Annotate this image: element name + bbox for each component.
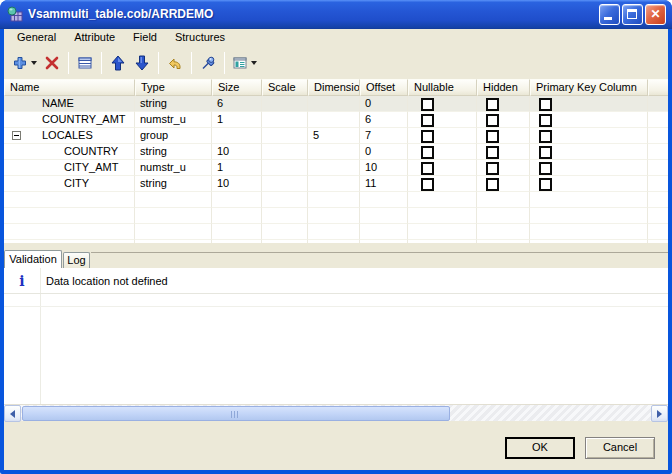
view-icon	[232, 55, 248, 71]
field-scale	[262, 112, 308, 128]
field-dimension	[308, 112, 360, 128]
info-icon: i	[4, 273, 40, 289]
field-type: string	[135, 144, 212, 160]
empty-row	[4, 192, 668, 208]
collapse-icon[interactable]	[12, 131, 21, 140]
undo-icon	[167, 55, 183, 71]
table-properties-button[interactable]	[73, 51, 97, 75]
pin-button[interactable]	[196, 51, 220, 75]
move-down-button[interactable]	[130, 51, 154, 75]
field-scale	[262, 176, 308, 192]
column-header-hidden[interactable]: Hidden	[477, 79, 530, 96]
add-field-button[interactable]	[9, 51, 40, 75]
column-header-name[interactable]: Name	[4, 79, 135, 96]
column-header-nullable[interactable]: Nullable	[408, 79, 477, 96]
undo-button[interactable]	[163, 51, 187, 75]
tab-validation[interactable]: Validation	[4, 250, 62, 268]
empty-row	[4, 208, 668, 224]
close-button[interactable]: ✕	[645, 4, 666, 25]
nullable-checkbox[interactable]	[421, 114, 434, 127]
field-name: NAME	[42, 97, 74, 109]
validation-row[interactable]: i Data location not defined	[4, 268, 668, 294]
maximize-icon	[627, 9, 637, 19]
hidden-checkbox[interactable]	[486, 98, 499, 111]
ok-button[interactable]: OK	[505, 437, 575, 459]
table-row[interactable]: LOCALES group 5 7	[4, 128, 668, 144]
hidden-checkbox[interactable]	[486, 178, 499, 191]
cancel-button[interactable]: Cancel	[585, 437, 655, 459]
menu-attribute[interactable]: Attribute	[65, 29, 124, 46]
toolbar	[4, 46, 668, 79]
column-header-size[interactable]: Size	[212, 79, 262, 96]
field-dimension	[308, 176, 360, 192]
field-table: Name Type Size Scale Dimension Offset Nu…	[4, 79, 668, 243]
toolbar-separator	[158, 52, 159, 74]
primary-key-checkbox[interactable]	[539, 98, 552, 111]
field-dimension: 5	[308, 128, 360, 144]
primary-key-checkbox[interactable]	[539, 114, 552, 127]
empty-row	[4, 224, 668, 240]
nullable-checkbox[interactable]	[421, 130, 434, 143]
nullable-checkbox[interactable]	[421, 162, 434, 175]
field-scale	[262, 128, 308, 144]
primary-key-checkbox[interactable]	[539, 178, 552, 191]
primary-key-checkbox[interactable]	[539, 130, 552, 143]
hidden-checkbox[interactable]	[486, 146, 499, 159]
field-offset: 11	[360, 176, 408, 192]
toolbar-separator	[191, 52, 192, 74]
dropdown-caret-icon	[251, 61, 257, 65]
table-row[interactable]: COUNTRY string 10 0	[4, 144, 668, 160]
table-row[interactable]: COUNTRY_AMT numstr_u 1 6	[4, 112, 668, 128]
column-header-scale[interactable]: Scale	[262, 79, 308, 96]
scroll-right-button[interactable]	[651, 405, 668, 422]
column-header-offset[interactable]: Offset	[360, 79, 408, 96]
scroll-left-button[interactable]	[4, 405, 21, 422]
nullable-checkbox[interactable]	[421, 178, 434, 191]
field-type: numstr_u	[135, 160, 212, 176]
tab-log[interactable]: Log	[63, 252, 90, 268]
horizontal-scrollbar[interactable]	[4, 404, 668, 421]
field-offset: 10	[360, 160, 408, 176]
tab-strip-line	[91, 252, 668, 253]
delete-button[interactable]	[40, 51, 64, 75]
move-up-button[interactable]	[106, 51, 130, 75]
field-size: 1	[212, 112, 262, 128]
move-down-icon	[134, 55, 150, 71]
menu-general[interactable]: General	[8, 29, 65, 46]
field-type: numstr_u	[135, 112, 212, 128]
table-row[interactable]: CITY string 10 11	[4, 176, 668, 192]
view-button[interactable]	[229, 51, 260, 75]
field-dimension	[308, 96, 360, 112]
field-offset: 6	[360, 112, 408, 128]
field-size: 1	[212, 160, 262, 176]
title-bar[interactable]: Vsammulti_table.cob/ARRDEMO ✕	[0, 0, 672, 29]
window-title: Vsammulti_table.cob/ARRDEMO	[28, 0, 213, 28]
column-header-primary-key[interactable]: Primary Key Column	[530, 79, 648, 96]
table-row[interactable]: NAME string 6 0	[4, 96, 668, 112]
empty-validation-row	[4, 294, 668, 307]
column-header-dimension[interactable]: Dimension	[308, 79, 360, 96]
scroll-left-icon	[10, 410, 15, 418]
primary-key-checkbox[interactable]	[539, 162, 552, 175]
column-header-type[interactable]: Type	[135, 79, 212, 96]
validation-message: Data location not defined	[40, 275, 168, 287]
maximize-button[interactable]	[622, 4, 643, 25]
minimize-button[interactable]	[599, 4, 620, 25]
menu-field[interactable]: Field	[124, 29, 166, 46]
menu-structures[interactable]: Structures	[166, 29, 234, 46]
hidden-checkbox[interactable]	[486, 130, 499, 143]
field-name: CITY_AMT	[64, 161, 118, 173]
nullable-checkbox[interactable]	[421, 146, 434, 159]
field-dimension	[308, 144, 360, 160]
field-size	[212, 128, 262, 144]
scrollbar-thumb[interactable]	[22, 406, 450, 421]
table-row[interactable]: CITY_AMT numstr_u 1 10	[4, 160, 668, 176]
primary-key-checkbox[interactable]	[539, 146, 552, 159]
field-scale	[262, 144, 308, 160]
button-bar: OK Cancel	[4, 421, 668, 470]
column-header-filler	[648, 79, 668, 96]
field-offset: 0	[360, 144, 408, 160]
nullable-checkbox[interactable]	[421, 98, 434, 111]
hidden-checkbox[interactable]	[486, 162, 499, 175]
hidden-checkbox[interactable]	[486, 114, 499, 127]
